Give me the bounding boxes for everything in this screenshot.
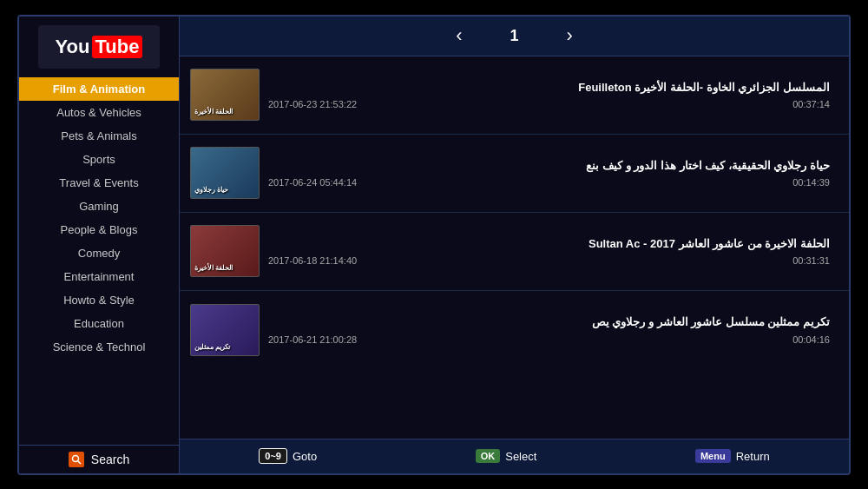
video-info-3: الحلفة الاخيرة من عاشور العاشر Sultan Ac… (260, 236, 838, 266)
menu-badge: Menu (695, 449, 731, 463)
video-duration-4: 00:04:16 (792, 334, 830, 345)
sidebar-item-education[interactable]: Education (19, 312, 179, 335)
return-label: Return (736, 450, 770, 463)
select-label: Select (505, 450, 536, 463)
video-thumbnail-2: حياة رجلاوي (190, 147, 260, 199)
sidebar-item-people-blogs[interactable]: People & Blogs (19, 218, 179, 241)
video-item-3[interactable]: الحلفة الأخيرة الحلفة الاخيرة من عاشور ا… (180, 213, 849, 291)
thumb-text-4: تكريم ممثلين (193, 341, 232, 354)
video-item-2[interactable]: حياة رجلاوي حياة رجلاوي الحقيقية، كيف اخ… (180, 135, 849, 213)
video-date-1: 2017-06-23 21:53:22 (268, 99, 357, 109)
video-title-3: الحلفة الاخيرة من عاشور العاشر Sultan Ac… (268, 236, 830, 252)
prev-page-button[interactable]: ‹ (456, 24, 462, 47)
video-date-3: 2017-06-18 21:14:40 (268, 255, 357, 266)
bottom-bar: 0~9 Goto OK Select Menu Return (180, 439, 849, 473)
thumb-text-2: حياة رجلاوي (193, 184, 230, 196)
sidebar-item-pets-animals[interactable]: Pets & Animals (19, 124, 179, 148)
sidebar-item-entertainment[interactable]: Entertainment (19, 265, 179, 288)
video-thumbnail-1: الحلفة الأخيرة (190, 69, 260, 121)
pagination-bar: ‹ 1 › (180, 17, 849, 56)
search-button[interactable]: Search (19, 445, 179, 473)
sidebar: You Tube Film & AnimationAutos & Vehicle… (19, 17, 180, 473)
return-button[interactable]: Menu Return (695, 449, 770, 463)
video-info-1: المسلسل الجزائري الخاوة -الحلفة الأخيرة … (260, 80, 838, 109)
video-info-4: تكريم ممثلين مسلسل عاشور العاشر و رجلاوي… (260, 314, 838, 344)
video-info-2: حياة رجلاوي الحقيقية، كيف اختار هذا الدو… (260, 158, 838, 188)
sidebar-item-sports[interactable]: Sports (19, 148, 179, 171)
goto-label: Goto (293, 450, 317, 463)
sidebar-item-howto-style[interactable]: Howto & Style (19, 288, 179, 312)
video-item-4[interactable]: تكريم ممثلين تكريم ممثلين مسلسل عاشور ال… (180, 291, 849, 369)
video-title-1: المسلسل الجزائري الخاوة -الحلفة الأخيرة … (268, 80, 830, 96)
goto-badge: 0~9 (259, 448, 287, 464)
video-thumbnail-4: تكريم ممثلين (190, 304, 260, 356)
video-meta-3: 2017-06-18 21:14:40 00:31:31 (268, 255, 830, 266)
video-date-2: 2017-06-24 05:44:14 (268, 177, 357, 188)
video-meta-4: 2017-06-21 21:00:28 00:04:16 (268, 334, 830, 345)
logo-you: You (56, 36, 90, 58)
thumb-text-3: الحلفة الأخيرة (193, 262, 234, 274)
ok-badge: OK (476, 449, 501, 463)
video-meta-1: 2017-06-23 21:53:22 00:37:14 (268, 99, 830, 109)
sidebar-item-science-technol[interactable]: Science & Technol (19, 335, 179, 359)
next-page-button[interactable]: › (567, 24, 573, 47)
thumb-text-1: الحلفة الأخيرة (193, 106, 234, 118)
sidebar-item-travel-events[interactable]: Travel & Events (19, 171, 179, 195)
video-duration-2: 00:14:39 (792, 177, 830, 188)
video-duration-3: 00:31:31 (792, 255, 830, 266)
sidebar-item-gaming[interactable]: Gaming (19, 195, 179, 218)
video-title-2: حياة رجلاوي الحقيقية، كيف اختار هذا الدو… (268, 158, 830, 174)
sidebar-item-comedy[interactable]: Comedy (19, 241, 179, 265)
svg-line-1 (77, 460, 81, 464)
logo-tube: Tube (92, 36, 143, 58)
page-number: 1 (497, 27, 532, 45)
search-icon (69, 452, 84, 467)
video-item-1[interactable]: الحلفة الأخيرة المسلسل الجزائري الخاوة -… (180, 56, 849, 135)
video-meta-2: 2017-06-24 05:44:14 00:14:39 (268, 177, 830, 188)
youtube-logo: You Tube (38, 25, 160, 69)
search-label: Search (91, 453, 129, 466)
goto-button[interactable]: 0~9 Goto (259, 448, 317, 464)
video-duration-1: 00:37:14 (792, 99, 830, 109)
select-button[interactable]: OK Select (476, 449, 537, 463)
video-date-4: 2017-06-21 21:00:28 (268, 334, 357, 345)
video-thumbnail-3: الحلفة الأخيرة (190, 225, 260, 277)
sidebar-item-film-animation[interactable]: Film & Animation (19, 77, 179, 101)
main-screen: You Tube Film & AnimationAutos & Vehicle… (17, 15, 851, 475)
video-title-4: تكريم ممثلين مسلسل عاشور العاشر و رجلاوي… (268, 314, 830, 330)
content-area: ‹ 1 › الحلفة الأخيرة المسلسل الجزائري ال… (180, 17, 849, 473)
svg-point-0 (72, 455, 78, 461)
category-list: Film & AnimationAutos & VehiclesPets & A… (19, 77, 179, 359)
sidebar-item-autos-vehicles[interactable]: Autos & Vehicles (19, 101, 179, 124)
video-list: الحلفة الأخيرة المسلسل الجزائري الخاوة -… (180, 56, 849, 439)
